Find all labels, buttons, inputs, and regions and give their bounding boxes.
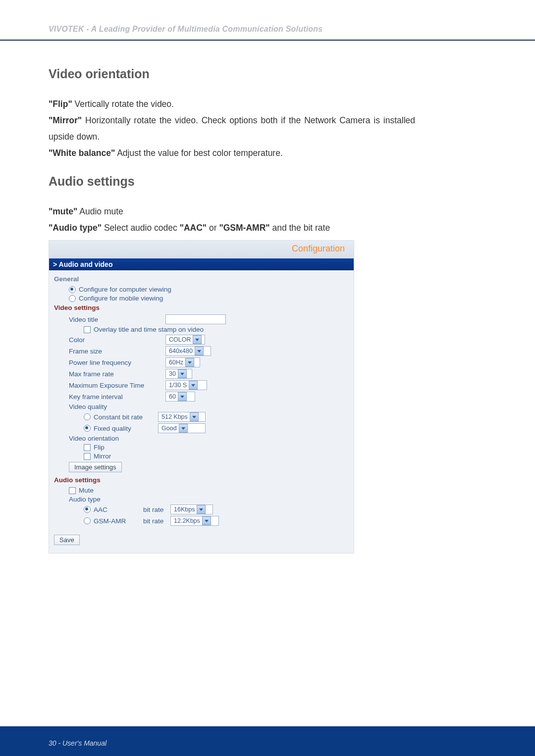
radio-icon — [84, 517, 91, 524]
chevron-down-icon — [202, 516, 211, 525]
mfr-value: 30 — [169, 370, 176, 377]
radio-label-computer-viewing: Configure for computer viewing — [79, 286, 171, 293]
kfi-select[interactable]: 60 — [165, 392, 195, 402]
chevron-down-icon — [195, 347, 204, 355]
video-quality-label: Video quality — [69, 403, 165, 410]
config-section-bar: > Audio and video — [49, 258, 354, 270]
footer-band: 30 - User's Manual — [0, 726, 535, 756]
flip-checkbox-row[interactable]: Flip — [54, 444, 349, 451]
general-heading: General — [54, 275, 349, 283]
gsm-bitrate-value: 12.2Kbps — [174, 517, 200, 524]
radio-label-mobile-viewing: Configure for mobile viewing — [79, 295, 163, 302]
mute-checkbox-row[interactable]: Mute — [54, 487, 349, 494]
wb-desc: Adjust the value for best color temperat… — [115, 148, 283, 158]
config-panel: Configuration > Audio and video General … — [49, 240, 354, 554]
header-band: VIVOTEK - A Leading Provider of Multimed… — [0, 0, 535, 41]
kfi-label: Key frame interval — [69, 393, 165, 401]
chevron-down-icon — [197, 505, 206, 514]
frame-size-value: 640x480 — [169, 348, 193, 354]
kfi-value: 60 — [169, 393, 176, 400]
mfr-select[interactable]: 30 — [165, 369, 192, 379]
mute-desc: Audio mute — [77, 206, 123, 216]
overlay-checkbox-label: Overlay title and time stamp on video — [94, 326, 204, 333]
chevron-down-icon — [189, 381, 198, 390]
radio-row-mobile-viewing[interactable]: Configure for mobile viewing — [54, 295, 349, 302]
fq-radio-row[interactable]: Fixed quality — [94, 425, 158, 432]
video-orientation-label: Video orientation — [69, 435, 119, 442]
mute-checkbox-label: Mute — [79, 487, 94, 494]
met-select[interactable]: 1/30 S — [165, 380, 207, 390]
chevron-down-icon — [179, 424, 188, 433]
checkbox-icon — [69, 487, 76, 494]
config-title-label: Configuration — [292, 244, 345, 254]
wb-term: "White balance" — [49, 148, 115, 158]
aac-bitrate-value: 16Kbps — [174, 506, 195, 513]
audiotype-gsm: "GSM-AMR" — [219, 223, 269, 233]
color-label: Color — [69, 336, 165, 344]
frame-size-label: Frame size — [69, 348, 165, 355]
chevron-down-icon — [190, 412, 199, 421]
radio-icon — [84, 413, 91, 420]
paragraph-mirror: "Mirror" Horizontally rotate the video. … — [49, 112, 415, 145]
cbr-radio-row[interactable]: Constant bit rate — [94, 413, 158, 421]
flip-checkbox-label: Flip — [94, 444, 105, 451]
checkbox-icon — [84, 453, 91, 460]
radio-icon — [69, 286, 76, 293]
save-button[interactable]: Save — [54, 535, 80, 545]
flip-desc: Vertically rotate the video. — [72, 99, 174, 109]
audio-settings-heading: Audio settings — [54, 476, 349, 484]
video-settings-heading: Video settings — [54, 304, 349, 311]
paragraph-flip: "Flip" Vertically rotate the video. — [49, 96, 415, 112]
audiotype-desc-2: and the bit rate — [270, 223, 330, 233]
plf-label: Power line frequency — [69, 359, 165, 366]
video-title-input[interactable] — [165, 314, 226, 324]
flip-term: "Flip" — [49, 99, 72, 109]
cbr-select[interactable]: 512 Kbps — [158, 412, 206, 422]
cbr-value: 512 Kbps — [161, 413, 188, 420]
audiotype-term: "Audio type" — [49, 223, 102, 233]
radio-icon — [84, 425, 91, 432]
gsm-bitrate-label: bit rate — [143, 517, 170, 525]
met-value: 1/30 S — [169, 382, 187, 389]
paragraph-wb: "White balance" Adjust the value for bes… — [49, 145, 415, 161]
met-label: Maximum Exposure Time — [69, 382, 165, 389]
audiotype-or: or — [207, 223, 219, 233]
mirror-desc: Horizontally rotate the video. Check opt… — [49, 115, 415, 142]
fq-label: Fixed quality — [94, 425, 131, 432]
heading-audio-settings: Audio settings — [49, 174, 415, 189]
chevron-down-icon — [178, 392, 187, 401]
mfr-label: Max frame rate — [69, 370, 165, 378]
footer-text: 30 - User's Manual — [49, 739, 107, 747]
mirror-term: "Mirror" — [49, 115, 82, 125]
paragraph-mute: "mute" Audio mute — [49, 203, 415, 220]
mirror-checkbox-label: Mirror — [94, 453, 111, 460]
audio-type-label: Audio type — [69, 496, 101, 503]
image-settings-button[interactable]: Image settings — [69, 462, 122, 472]
config-topbar: Configuration — [49, 241, 354, 258]
cbr-label: Constant bit rate — [94, 413, 143, 421]
aac-bitrate-label: bit rate — [143, 506, 170, 513]
gsm-radio-row[interactable]: GSM-AMR — [94, 517, 143, 525]
audiotype-aac: "AAC" — [180, 223, 207, 233]
checkbox-icon — [84, 326, 91, 333]
overlay-checkbox-row[interactable]: Overlay title and time stamp on video — [54, 326, 349, 333]
chevron-down-icon — [178, 369, 187, 378]
checkbox-icon — [84, 444, 91, 451]
color-select[interactable]: COLOR — [165, 335, 205, 345]
fq-select[interactable]: Good — [158, 423, 206, 433]
heading-video-orientation: Video orientation — [49, 67, 415, 81]
aac-label: AAC — [94, 506, 107, 513]
aac-bitrate-select[interactable]: 16Kbps — [170, 504, 213, 514]
audiotype-desc-1: Select audio codec — [102, 223, 180, 233]
radio-icon — [84, 506, 91, 513]
radio-icon — [69, 295, 76, 302]
chevron-down-icon — [193, 335, 202, 344]
gsm-bitrate-select[interactable]: 12.2Kbps — [170, 516, 219, 526]
frame-size-select[interactable]: 640x480 — [165, 346, 211, 356]
plf-select[interactable]: 60Hz — [165, 357, 200, 367]
video-title-label: Video title — [69, 316, 165, 323]
aac-radio-row[interactable]: AAC — [94, 506, 143, 513]
mirror-checkbox-row[interactable]: Mirror — [54, 453, 349, 460]
fq-value: Good — [161, 425, 177, 432]
radio-row-computer-viewing[interactable]: Configure for computer viewing — [54, 286, 349, 293]
